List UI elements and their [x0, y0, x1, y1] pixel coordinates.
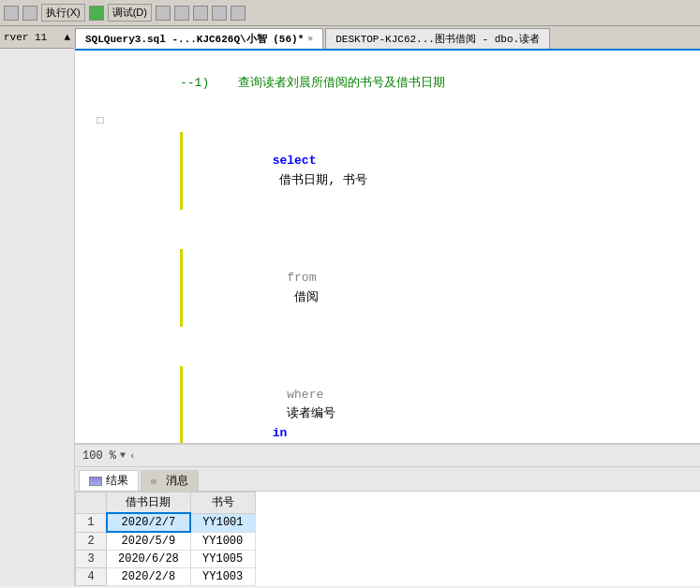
line-content-comment: --1) 查询读者刘晨所借阅的书号及借书日期 [107, 54, 696, 112]
results-table: 借书日期 书号 12020/2/7YY100122020/5/9YY100032… [75, 492, 256, 586]
tab-bar: SQLQuery3.sql -...KJC626Q\小智 (56)* ✕ DES… [75, 26, 700, 51]
table-row[interactable]: 42020/2/8YY1003 [76, 568, 256, 586]
toolbar-icon-8 [231, 6, 246, 21]
sidebar-title: rver 11 [4, 32, 47, 43]
tab-query-label: SQLQuery3.sql -...KJC626Q\小智 (56)* [85, 32, 304, 46]
table-row[interactable]: 22020/5/9YY1000 [76, 532, 256, 551]
result-tab-messages-label: 消息 [166, 473, 188, 489]
toolbar-icon-5 [174, 6, 189, 21]
col-header-bookid: 书号 [190, 492, 255, 514]
kw-fields-1: 借书日期, 书号 [273, 173, 367, 187]
content-area: SQLQuery3.sql -...KJC626Q\小智 (56)* ✕ DES… [75, 26, 700, 586]
cell-date: 2020/2/8 [107, 568, 191, 586]
toolbar-icon-2 [22, 6, 37, 21]
cell-date: 2020/2/7 [107, 513, 191, 532]
cell-date: 2020/5/9 [107, 532, 191, 551]
kw-select-1: select [273, 154, 317, 168]
sidebar-header: rver 11 ▲ [0, 26, 74, 49]
tab-query[interactable]: SQLQuery3.sql -...KJC626Q\小智 (56)* ✕ [75, 28, 323, 49]
code-line-2: from 借阅 [75, 229, 700, 346]
bottom-area: 100 % ▼ ‹ 结果 ✉ 消息 [75, 443, 700, 586]
execute-button[interactable]: 执行(X) [41, 4, 85, 22]
cell-rownum: 3 [76, 551, 107, 568]
line-content-1: select 借书日期, 书号 [107, 112, 696, 229]
kw-table-1: 借阅 [273, 290, 319, 304]
result-tab-messages-icon: ✉ [151, 476, 162, 487]
comment-text: --1) 查询读者刘晨所借阅的书号及借书日期 [180, 76, 445, 90]
code-line-3: where 读者编号 in [75, 346, 700, 443]
result-tab-results-icon [89, 477, 102, 486]
table-header-row: 借书日期 书号 [76, 492, 256, 514]
tab-db-label: DESKTOP-KJC62...图书借阅 - dbo.读者 [335, 32, 540, 46]
code-line-comment: --1) 查询读者刘晨所借阅的书号及借书日期 [75, 54, 700, 112]
result-tab-messages[interactable]: ✉ 消息 [141, 470, 199, 491]
sidebar: rver 11 ▲ [0, 26, 75, 586]
zoom-label: 100 % [82, 449, 116, 463]
tab-db[interactable]: DESKTOP-KJC62...图书借阅 - dbo.读者 [325, 28, 550, 49]
toolbar: 执行(X) 调试(D) [0, 0, 700, 26]
cell-rownum: 4 [76, 568, 107, 586]
cell-bookid: YY1000 [190, 532, 255, 551]
sidebar-expand-icon[interactable]: ▲ [64, 32, 70, 43]
tab-query-close[interactable]: ✕ [307, 33, 313, 44]
results-table-area: 借书日期 书号 12020/2/7YY100122020/5/9YY100032… [75, 492, 700, 586]
cell-bookid: YY1005 [190, 551, 255, 568]
table-row[interactable]: 12020/2/7YY1001 [76, 513, 256, 532]
cell-rownum: 1 [76, 513, 107, 532]
cell-bookid: YY1003 [190, 568, 255, 586]
cell-bookid: YY1001 [190, 513, 255, 532]
result-tab-results-label: 结果 [106, 473, 128, 489]
kw-in-1: in [273, 426, 288, 440]
sidebar-content [0, 49, 74, 56]
zoom-nav-left[interactable]: ‹ [129, 450, 136, 462]
result-tab-results[interactable]: 结果 [79, 470, 139, 491]
toolbar-icon-1 [4, 6, 19, 21]
cell-rownum: 2 [76, 532, 107, 551]
table-row[interactable]: 32020/6/28YY1005 [76, 551, 256, 568]
line-content-2: from 借阅 [107, 229, 696, 346]
kw-condition-1: 读者编号 [273, 406, 343, 420]
result-tabs: 结果 ✉ 消息 [75, 467, 700, 492]
line-indicator-2: □ [94, 112, 107, 130]
line-content-3: where 读者编号 in [107, 346, 696, 443]
toolbar-icon-3 [89, 6, 104, 21]
toolbar-icon-7 [212, 6, 227, 21]
kw-from-1: from [273, 271, 317, 285]
debug-button[interactable]: 调试(D) [108, 4, 152, 22]
code-line-1: □ select 借书日期, 书号 [75, 112, 700, 229]
main-layout: rver 11 ▲ SQLQuery3.sql -...KJC626Q\小智 (… [0, 26, 700, 586]
col-header-rownum [76, 492, 107, 514]
cell-date: 2020/6/28 [107, 551, 191, 568]
toolbar-icon-4 [156, 6, 171, 21]
zoom-dropdown-arrow[interactable]: ▼ [120, 450, 126, 461]
col-header-date: 借书日期 [107, 492, 191, 514]
code-editor[interactable]: --1) 查询读者刘晨所借阅的书号及借书日期 □ select 借书日期, 书号 [75, 51, 700, 443]
zoom-bar: 100 % ▼ ‹ [75, 445, 700, 467]
toolbar-icon-6 [193, 6, 208, 21]
kw-where-1: where [273, 388, 324, 402]
